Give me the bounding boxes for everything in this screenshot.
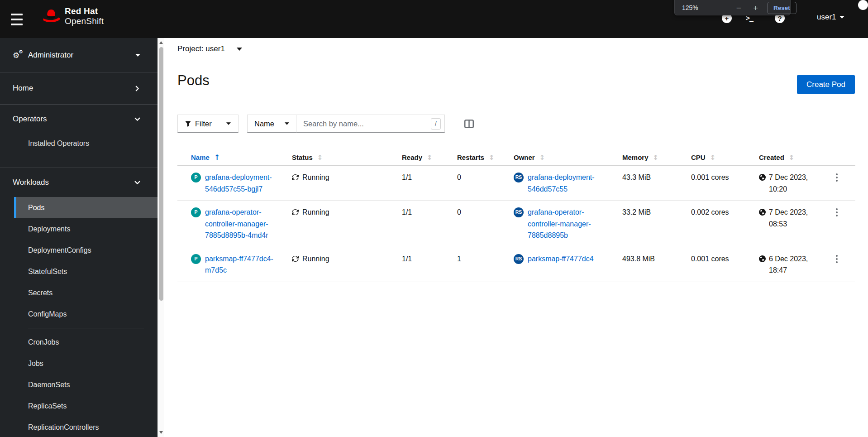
sort-icon: ↕ <box>789 154 795 162</box>
kebab-menu-icon[interactable] <box>835 254 855 264</box>
pod-memory: 43.3 MiB <box>622 172 691 183</box>
sidebar-item-deployments[interactable]: Deployments <box>14 218 157 240</box>
pod-ready: 1/1 <box>402 172 457 183</box>
sort-ascending-icon: ↑ <box>214 153 220 162</box>
scrollbar-down-arrow[interactable] <box>158 429 164 436</box>
globe-timestamp-icon <box>759 255 766 262</box>
pod-cpu: 0.001 cores <box>691 253 759 265</box>
sidebar-item-cronjobs[interactable]: CronJobs <box>14 331 157 353</box>
owner-link[interactable]: grafana-deployment-546dd57c55 <box>528 172 605 195</box>
sidebar-item-replicationcontrollers[interactable]: ReplicationControllers <box>14 417 157 437</box>
pod-badge: P <box>191 254 201 264</box>
brand-logo[interactable]: Red Hat OpenShift <box>42 6 104 26</box>
filter-dropdown[interactable]: Filter <box>177 115 238 133</box>
kebab-menu-icon[interactable] <box>835 207 855 217</box>
chevron-down-icon <box>134 180 140 186</box>
table-row: P parksmap-ff7477dc4-m7d5c Running 1/1 1… <box>177 247 855 282</box>
sort-icon: ↕ <box>710 154 716 162</box>
user-menu[interactable]: user1 <box>817 13 844 22</box>
pod-ready: 1/1 <box>402 253 457 265</box>
scrollbar-up-arrow[interactable] <box>158 39 164 46</box>
pod-created: 7 Dec 2023, 10:20 <box>769 172 820 195</box>
column-header-status[interactable]: Status ↕ <box>292 154 402 162</box>
pod-restarts: 1 <box>457 253 514 265</box>
column-header-name[interactable]: Name ↑ <box>191 153 292 162</box>
column-header-cpu[interactable]: CPU ↕ <box>691 154 759 162</box>
nav-toggle-hamburger-icon[interactable] <box>11 14 26 25</box>
column-header-owner[interactable]: Owner ↕ <box>514 154 622 162</box>
caret-down-icon <box>285 122 289 125</box>
perspective-switcher[interactable]: ⚙⚙ Administrator <box>0 38 157 72</box>
search-input[interactable] <box>296 115 431 132</box>
zoom-reset-button[interactable]: Reset <box>767 2 796 14</box>
column-header-restarts[interactable]: Restarts ↕ <box>457 154 514 162</box>
sidebar-section-workloads: Workloads Pods Deployments DeploymentCon… <box>0 168 157 437</box>
cogs-icon: ⚙⚙ <box>13 51 24 60</box>
sort-icon: ↕ <box>489 154 495 162</box>
pod-status: Running <box>302 206 329 218</box>
main-content: Project: user1 Pods Create Pod Filter Na… <box>164 38 868 437</box>
pod-created: 6 Dec 2023, 18:47 <box>769 253 820 276</box>
caret-down-icon <box>839 16 844 19</box>
owner-link[interactable]: parksmap-ff7477dc4 <box>528 253 594 265</box>
owner-link[interactable]: grafana-operator-controller-manager-7885… <box>528 206 605 241</box>
kebab-menu-icon[interactable] <box>835 173 855 182</box>
column-header-ready[interactable]: Ready ↕ <box>402 154 457 162</box>
perspective-label: Administrator <box>28 51 73 60</box>
pods-table: Name ↑ Status ↕ Ready ↕ Restarts ↕ Owner… <box>177 149 855 282</box>
column-header-created[interactable]: Created ↕ <box>759 154 835 162</box>
replicaset-badge: RS <box>514 173 524 182</box>
table-row: P grafana-deployment-546dd57c55-bgjl7 Ru… <box>177 166 855 201</box>
sidebar-scrollbar[interactable] <box>157 38 164 437</box>
sort-icon: ↕ <box>653 154 659 162</box>
sidebar-item-replicasets[interactable]: ReplicaSets <box>14 395 157 417</box>
page-title: Pods <box>177 72 210 89</box>
zoom-out-button[interactable]: − <box>736 4 741 12</box>
scrollbar-thumb[interactable] <box>159 47 163 301</box>
masthead-actions <box>858 0 868 38</box>
filter-dropdown-label: Filter <box>195 120 212 128</box>
sidebar-item-secrets[interactable]: Secrets <box>14 282 157 303</box>
sidebar-item-configmaps[interactable]: ConfigMaps <box>14 303 157 325</box>
caret-down-icon <box>226 122 231 125</box>
pod-cpu: 0.001 cores <box>691 172 759 183</box>
project-selector[interactable]: Project: user1 <box>164 38 868 60</box>
pod-memory: 493.8 MiB <box>622 253 691 265</box>
search-attribute-dropdown[interactable]: Name <box>247 115 296 133</box>
sidebar-item-pods[interactable]: Pods <box>14 197 157 218</box>
sidebar-item-workloads[interactable]: Workloads <box>0 168 157 197</box>
search-shortcut-badge: / <box>431 118 441 130</box>
nav-divider <box>28 328 144 328</box>
create-pod-button[interactable]: Create Pod <box>797 75 855 94</box>
sidebar-section-operators: Operators Installed Operators <box>0 105 157 168</box>
zoom-in-button[interactable]: + <box>753 4 758 12</box>
table-body: P grafana-deployment-546dd57c55-bgjl7 Ru… <box>177 166 855 282</box>
red-hat-fedora-icon <box>42 9 61 24</box>
sidebar-item-operators[interactable]: Operators <box>0 105 157 134</box>
sort-icon: ↕ <box>427 154 433 162</box>
search-box: / <box>296 115 445 133</box>
caret-down-icon <box>135 54 140 57</box>
pod-ready: 1/1 <box>402 206 457 218</box>
pod-name-link[interactable]: grafana-operator-controller-manager-7885… <box>205 206 282 241</box>
pod-name-link[interactable]: grafana-deployment-546dd57c55-bgjl7 <box>205 172 282 195</box>
pod-name-link[interactable]: parksmap-ff7477dc4-m7d5c <box>205 253 282 276</box>
replicaset-badge: RS <box>514 254 524 264</box>
sidebar-item-installed-operators[interactable]: Installed Operators <box>14 134 157 154</box>
sort-icon: ↕ <box>317 154 323 162</box>
table-header-row: Name ↑ Status ↕ Ready ↕ Restarts ↕ Owner… <box>177 149 855 166</box>
brand-line1: Red Hat <box>65 6 104 16</box>
pod-status: Running <box>302 172 329 183</box>
caret-down-icon <box>237 48 242 51</box>
list-toolbar: Filter Name / <box>177 115 474 133</box>
sidebar-item-statefulsets[interactable]: StatefulSets <box>14 261 157 282</box>
pod-restarts: 0 <box>457 172 514 183</box>
sidebar-item-daemonsets[interactable]: DaemonSets <box>14 374 157 395</box>
manage-columns-button[interactable] <box>464 115 474 133</box>
sidebar-item-home[interactable]: Home <box>0 72 157 105</box>
sidebar-item-jobs[interactable]: Jobs <box>14 353 157 374</box>
column-header-memory[interactable]: Memory ↕ <box>622 154 691 162</box>
columns-icon <box>464 120 474 128</box>
globe-timestamp-icon <box>759 209 766 216</box>
sidebar-item-deploymentconfigs[interactable]: DeploymentConfigs <box>14 240 157 261</box>
